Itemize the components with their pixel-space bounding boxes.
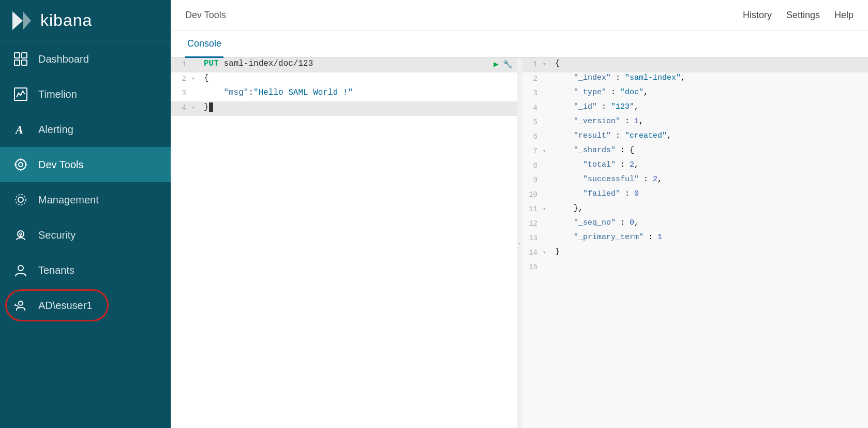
user-icon <box>12 297 29 314</box>
tab-bar: Console <box>171 31 868 58</box>
sidebar-header: kibana <box>0 0 171 41</box>
alerting-icon: A <box>12 121 29 138</box>
svg-point-17 <box>20 233 22 235</box>
devtools-label: Dev Tools <box>38 159 83 171</box>
main-content: Dev Tools History Settings Help Console … <box>171 0 868 428</box>
sidebar-item-dashboard[interactable]: Dashboard <box>0 41 171 77</box>
response-line-6: 6 "result" : "created", <box>522 130 868 145</box>
response-line-1: 1 ▾ { <box>522 58 868 72</box>
sidebar-item-user[interactable]: AD\esuser1 <box>0 288 171 323</box>
sidebar: kibana Dashboard Timelion <box>0 0 171 428</box>
response-line-5: 5 "_version" : 1, <box>522 116 868 130</box>
management-icon <box>12 191 29 208</box>
svg-point-14 <box>18 197 23 202</box>
wrench-button[interactable]: 🔧 <box>503 60 513 69</box>
timelion-icon <box>12 86 29 102</box>
response-line-10: 10 "failed" : 0 <box>522 188 868 203</box>
editor-line-3: 3 "msg":"Hello SAML World !" <box>171 87 517 101</box>
svg-rect-3 <box>22 53 27 58</box>
response-line-15: 15 <box>522 261 868 275</box>
response-line-3: 3 "_type" : "doc", <box>522 87 868 101</box>
app-title: kibana <box>40 11 92 30</box>
svg-point-20 <box>19 301 23 305</box>
svg-rect-5 <box>22 60 27 65</box>
top-bar-actions: History Settings Help <box>743 10 854 21</box>
editor-line-4: 4 ▾ } <box>171 101 517 116</box>
sidebar-item-devtools[interactable]: Dev Tools <box>0 147 171 182</box>
history-button[interactable]: History <box>743 10 772 21</box>
kibana-logo-icon <box>10 9 33 32</box>
management-label: Management <box>38 194 99 206</box>
user-label: AD\esuser1 <box>38 300 93 312</box>
sidebar-item-timelion[interactable]: Timelion <box>0 77 171 112</box>
svg-point-9 <box>19 163 23 167</box>
pane-divider[interactable]: ⋮ <box>517 58 522 428</box>
editor-line-2: 2 ▾ { <box>171 72 517 87</box>
svg-rect-2 <box>14 53 20 58</box>
input-editor[interactable]: 1 PUT saml-index/doc/123 ▶ 🔧 2 ▾ { 3 "ms… <box>171 58 517 428</box>
response-line-12: 12 "_seq_no" : 0, <box>522 217 868 232</box>
svg-point-15 <box>16 195 26 205</box>
security-label: Security <box>38 229 76 241</box>
tab-console[interactable]: Console <box>185 31 223 58</box>
run-button[interactable]: ▶ <box>493 59 499 69</box>
top-bar: Dev Tools History Settings Help <box>171 0 868 31</box>
editor-line-1: 1 PUT saml-index/doc/123 ▶ 🔧 <box>171 58 517 72</box>
svg-rect-4 <box>14 60 20 65</box>
response-line-7: 7 ▾ "_shards" : { <box>522 145 868 159</box>
sidebar-item-alerting[interactable]: A Alerting <box>0 112 171 147</box>
response-line-14: 14 ▾ } <box>522 246 868 261</box>
response-line-11: 11 ▾ }, <box>522 203 868 217</box>
dashboard-label: Dashboard <box>38 53 89 65</box>
response-pane: 1 ▾ { 2 "_index" : "saml-index", 3 "_typ… <box>522 58 868 428</box>
svg-point-8 <box>16 159 26 170</box>
alerting-label: Alerting <box>38 124 73 136</box>
tenants-label: Tenants <box>38 264 74 276</box>
timelion-label: Timelion <box>38 88 77 100</box>
sidebar-item-tenants[interactable]: Tenants <box>0 253 171 288</box>
response-line-9: 9 "successful" : 2, <box>522 174 868 188</box>
response-line-2: 2 "_index" : "saml-index", <box>522 72 868 87</box>
response-line-13: 13 "_primary_term" : 1 <box>522 232 868 246</box>
settings-button[interactable]: Settings <box>786 10 820 21</box>
page-title: Dev Tools <box>185 10 226 21</box>
response-line-4: 4 "_id" : "123", <box>522 101 868 116</box>
svg-point-19 <box>18 265 23 271</box>
security-icon <box>12 227 29 243</box>
help-button[interactable]: Help <box>834 10 854 21</box>
svg-marker-1 <box>23 11 31 30</box>
response-line-8: 8 "total" : 2, <box>522 159 868 174</box>
sidebar-nav: Dashboard Timelion A Alerting <box>0 41 171 428</box>
svg-marker-0 <box>12 11 23 30</box>
sidebar-item-security[interactable]: Security <box>0 217 171 253</box>
sidebar-item-management[interactable]: Management <box>0 182 171 217</box>
devtools-icon <box>12 156 29 173</box>
dashboard-icon <box>12 51 29 67</box>
svg-text:A: A <box>14 123 23 136</box>
tenants-icon <box>12 262 29 278</box>
editor-area: 1 PUT saml-index/doc/123 ▶ 🔧 2 ▾ { 3 "ms… <box>171 58 868 428</box>
